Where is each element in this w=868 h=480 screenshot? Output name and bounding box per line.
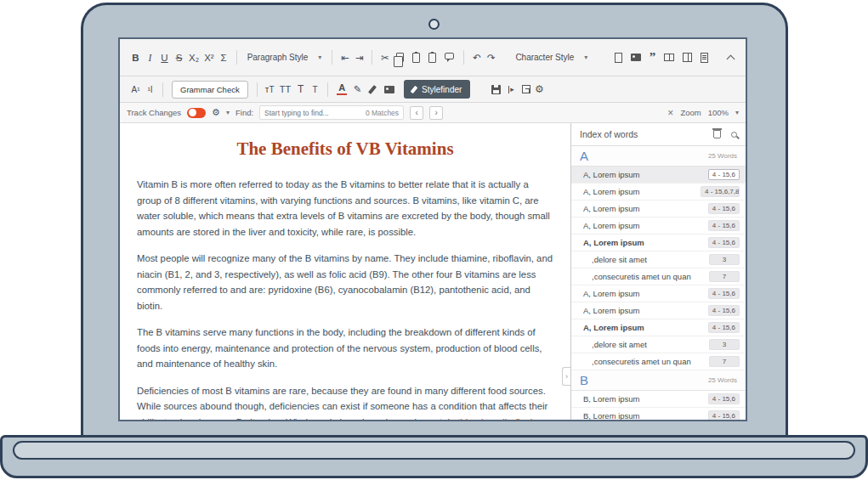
clipboard-icon[interactable]: [428, 53, 436, 63]
section-header-a: A 25 Words: [571, 146, 746, 167]
divider: [257, 82, 258, 97]
book-view-icon[interactable]: [664, 54, 674, 61]
trash-icon[interactable]: [713, 130, 721, 138]
list-item[interactable]: A, Lorem ipsum 4 - 15,6: [571, 234, 746, 251]
track-changes-label: Track Changes: [127, 108, 181, 117]
character-style-dropdown[interactable]: Character Style ▾: [510, 48, 593, 67]
item-label: ,consecuretis amet un quan: [592, 272, 709, 281]
document-canvas[interactable]: The Benefits of VB Vitamins Vitamin B is…: [120, 123, 570, 420]
indent-button[interactable]: ⇥: [352, 48, 366, 67]
main-content: The Benefits of VB Vitamins Vitamin B is…: [120, 123, 746, 420]
list-subitem[interactable]: ,delore sit amet 3: [571, 251, 746, 268]
find-settings-gear-icon[interactable]: ⚙: [212, 108, 220, 117]
cut-button[interactable]: ✂: [377, 48, 392, 67]
quote-icon[interactable]: ”: [645, 48, 660, 67]
raise-baseline-button[interactable]: A¹: [128, 80, 143, 99]
item-badge: 7: [709, 356, 740, 367]
bold-button[interactable]: B: [128, 48, 143, 67]
section-header-b: B 25 Words: [571, 370, 746, 391]
zoom-value[interactable]: 100%: [708, 108, 729, 117]
superscript-button[interactable]: X²: [201, 48, 217, 67]
list-item[interactable]: A, Lorem ipsum 4 - 15,6: [571, 319, 746, 336]
insert-image-icon[interactable]: [631, 54, 641, 61]
save-icon[interactable]: [491, 85, 501, 94]
list-item[interactable]: B, Lorem ipsum 4 - 15,6: [571, 408, 746, 420]
list-item[interactable]: B, Lorem ipsum 4 - 15,6: [571, 391, 746, 408]
item-label: A, Lorem ipsum: [583, 187, 701, 196]
track-changes-toggle[interactable]: [187, 108, 206, 118]
item-label: A, Lorem ipsum: [583, 221, 708, 230]
section-word-count: 25 Words: [708, 376, 737, 384]
item-label: B, Lorem ipsum: [583, 394, 708, 404]
list-subitem[interactable]: ,consecuretis amet un quan 7: [571, 353, 746, 370]
word-processor-app: B I U S X₂ X² Σ Paragraph Style ▾ ⇤ ⇥ ✂ …: [120, 39, 746, 420]
case-style-title-button[interactable]: T: [293, 80, 308, 99]
find-previous-button[interactable]: ‹: [410, 106, 423, 120]
search-icon[interactable]: [731, 132, 737, 138]
item-badge: 4 - 15,6: [708, 410, 740, 420]
chevron-down-icon: ▾: [226, 109, 230, 116]
divider: [463, 50, 464, 65]
document-icon[interactable]: [701, 53, 708, 63]
list-item[interactable]: A, Lorem ipsum 4 - 15,6: [571, 200, 746, 217]
list-item[interactable]: A, Lorem ipsum 4 - 15,6: [571, 217, 746, 234]
export-icon[interactable]: ▸: [508, 86, 514, 93]
equation-button[interactable]: Σ: [217, 48, 231, 67]
list-subitem[interactable]: ,delore sit amet 3: [571, 336, 746, 353]
close-icon[interactable]: ×: [667, 108, 673, 118]
section-letter: B: [580, 373, 708, 387]
item-label: A, Lorem ipsum: [583, 204, 708, 213]
subscript-button[interactable]: X₂: [186, 48, 201, 67]
font-color-button[interactable]: A: [337, 83, 347, 95]
list-item[interactable]: A, Lorem ipsum 4 - 15,6: [571, 285, 746, 302]
comment-icon[interactable]: [445, 53, 454, 59]
redo-button[interactable]: ↷: [484, 48, 498, 67]
grammar-check-button[interactable]: Grammar Check: [172, 81, 248, 99]
item-badge: 4 - 15,6: [708, 203, 740, 214]
index-sidebar: Index of words A 25 Words A, Lorem ipsum…: [570, 123, 746, 420]
list-item[interactable]: A, Lorem ipsum 4 - 15,6,7,8: [571, 184, 746, 200]
media-icon[interactable]: [384, 86, 394, 93]
underline-button[interactable]: U: [157, 48, 172, 67]
sidebar-collapse-handle[interactable]: ›: [562, 367, 570, 386]
highlighter-icon[interactable]: [368, 85, 377, 94]
find-next-button[interactable]: ›: [429, 106, 443, 120]
copy-icon[interactable]: [396, 53, 404, 62]
item-badge: 4 - 15,6: [708, 237, 740, 248]
collapse-toolbar-icon[interactable]: [727, 54, 735, 63]
outdent-button[interactable]: ⇤: [338, 48, 352, 67]
divider: [162, 82, 163, 97]
chevron-down-icon: ▾: [318, 54, 321, 61]
gear-icon[interactable]: ⚙: [535, 84, 544, 94]
share-icon[interactable]: [522, 85, 530, 93]
item-badge: 7: [709, 271, 740, 282]
item-badge: 4 - 15,6,7,8: [701, 186, 740, 197]
page-layout-icon[interactable]: [615, 53, 622, 63]
list-item[interactable]: A, Lorem ipsum 4 - 15,6: [571, 302, 746, 319]
line-spacing-button[interactable]: ¹I: [143, 80, 157, 99]
columns-icon[interactable]: [683, 53, 692, 62]
list-item[interactable]: A, Lorem ipsum 4 - 15,6: [571, 167, 746, 184]
paragraph: The B vitamins serve many functions in t…: [137, 325, 553, 372]
case-style-caps-button[interactable]: TT: [277, 80, 293, 99]
stylefinder-button[interactable]: Stylefinder: [404, 80, 470, 99]
paste-icon[interactable]: [412, 53, 420, 63]
paragraph-style-dropdown[interactable]: Paragraph Style ▾: [242, 48, 327, 67]
case-style-plain-button[interactable]: T: [308, 80, 322, 99]
pen-icon[interactable]: ✎: [350, 80, 365, 99]
divider: [372, 50, 372, 65]
find-input[interactable]: [264, 109, 362, 117]
paragraph-text: Deficiencies of most B vitamins are rare…: [137, 386, 547, 420]
italic-button[interactable]: I: [143, 48, 157, 67]
strikethrough-button[interactable]: S: [172, 48, 186, 67]
character-style-label: Character Style: [515, 53, 574, 62]
undo-button[interactable]: ↶: [469, 48, 484, 67]
laptop-base: [0, 435, 868, 478]
case-style-small-button[interactable]: тT: [263, 80, 277, 99]
item-label: A, Lorem ipsum: [583, 323, 708, 332]
paragraph: Most people will recognize many of the B…: [137, 251, 553, 313]
stylefinder-marker-icon: [411, 85, 418, 93]
item-badge: 4 - 15,6: [708, 220, 740, 231]
list-subitem[interactable]: ,consecuretis amet un quan 7: [571, 268, 746, 285]
find-label: Find:: [235, 108, 253, 117]
